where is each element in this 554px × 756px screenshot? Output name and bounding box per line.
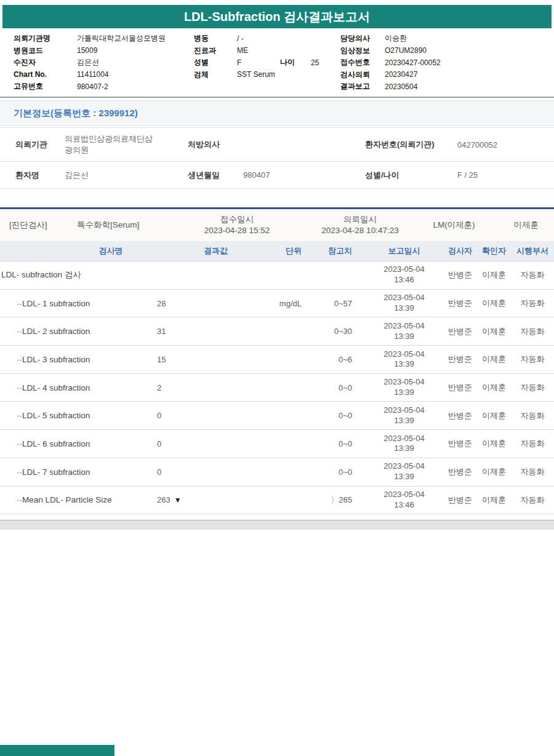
field-value: O27UM2890 — [385, 46, 427, 55]
confirmer-name: 이제훈 — [477, 269, 511, 281]
header-field-row: 검체SST Serum — [194, 69, 340, 81]
field-label: 담당의사 — [340, 33, 385, 44]
column-header: 시행부서 — [511, 245, 554, 257]
header-field-row: Chart No.11411004 — [14, 69, 194, 81]
performing-dept: 자동화 — [511, 466, 554, 477]
performing-dept: 자동화 — [511, 438, 554, 449]
confirmer-name: 이제훈 — [477, 495, 511, 506]
confirmer-name: 이제훈 — [477, 438, 511, 449]
result-value: 15 — [142, 355, 228, 364]
column-header: 단위 — [228, 245, 302, 257]
tester-name: 반병준 — [443, 354, 477, 365]
confirmer-name: 이제훈 — [477, 354, 511, 365]
performing-dept: 자동화 — [511, 326, 554, 337]
test-name: ··LDL- 1 subfraction — [0, 299, 142, 308]
field-label: 고유번호 — [14, 81, 77, 92]
tester-name: 반병준 — [443, 466, 477, 477]
tester-name: 반병준 — [443, 495, 477, 506]
field-value: 김은선 — [65, 170, 188, 181]
header-field-row: 임상정보O27UM2890 — [340, 45, 554, 57]
header-field-row: 검사의뢰20230427 — [340, 69, 554, 81]
column-header: 참고치 — [302, 245, 354, 257]
result-row: LDL- subfraction 검사 2023-05-0413:46 반병준 … — [0, 261, 554, 290]
result-row: ··Mean LDL- Particle Size 263▼ 〉265 2023… — [0, 487, 554, 515]
test-name: LDL- subfraction 검사 — [0, 269, 142, 281]
receipt-value: 2023-04-28 15:52 — [175, 225, 299, 236]
field-label: 의뢰기관명 — [14, 33, 77, 44]
field-value: 980407 — [243, 170, 365, 180]
header-field-row: 접수번호20230427-00052 — [340, 57, 554, 69]
header-field-row: 수진자김은선 — [14, 57, 194, 69]
request-label: 의뢰일시 — [299, 214, 422, 225]
tester-name: 반병준 — [443, 438, 477, 449]
footer-teal-bar — [0, 745, 114, 756]
header-info-middle: 병동/ -진료과ME성별F나이25검체SST Serum — [194, 33, 340, 93]
test-category-label: 특수화학[Serum] — [77, 220, 175, 231]
result-row: ··LDL- 4 subfraction 2 0~0 2023-05-0413:… — [0, 374, 554, 402]
field-value: 김은선 — [77, 57, 99, 68]
result-value: 0 — [142, 411, 228, 420]
column-header: 확인자 — [477, 245, 511, 257]
request-value: 2023-04-28 10:47:23 — [299, 225, 422, 236]
receipt-label: 접수일시 — [175, 214, 299, 225]
result-value: 263▼ — [142, 495, 228, 504]
reference-range: 0~0 — [302, 468, 354, 477]
report-title: LDL-Subfraction 검사결과보고서 — [2, 5, 552, 28]
column-header: 검사자 — [443, 245, 477, 257]
field-label: 수진자 — [14, 57, 77, 68]
tester-name: 반병준 — [443, 298, 477, 309]
result-row: ··LDL- 1 subfraction 28 mg/dL 0~57 2023-… — [0, 290, 554, 318]
report-datetime: 2023-05-0413:39 — [354, 434, 443, 455]
field-label: 병동 — [194, 33, 237, 44]
reader-name: 이제훈 — [486, 220, 554, 231]
tester-name: 반병준 — [443, 382, 477, 393]
header-field-row: 담당의사이승환 — [340, 33, 554, 45]
result-row: ··LDL- 3 subfraction 15 0~6 2023-05-0413… — [0, 346, 554, 374]
report-header-fields: 의뢰기관명가톨릭대학교서울성모병원병원코드15009수진자김은선Chart No… — [0, 33, 554, 93]
field-label: 병원코드 — [14, 46, 77, 56]
report-datetime: 2023-05-0413:39 — [354, 377, 443, 398]
confirmer-name: 이제훈 — [477, 410, 511, 421]
tester-name: 반병준 — [443, 269, 477, 281]
report-datetime: 2023-05-0413:39 — [354, 321, 443, 342]
report-datetime: 2023-05-0413:39 — [354, 461, 443, 482]
test-name: ··LDL- 4 subfraction — [0, 383, 142, 392]
field-value: 20230504 — [385, 82, 417, 91]
test-name: ··LDL- 2 subfraction — [0, 327, 142, 336]
result-value: 31 — [142, 327, 228, 336]
results-table-header: 검사명결과값단위참고치보고일시검사자확인자시행부서 — [0, 241, 554, 261]
basic-info-title: 기본정보(등록번호 : 2399912) — [0, 108, 138, 119]
field-label: 환자명 — [15, 170, 65, 181]
reference-range: 0~57 — [302, 299, 354, 308]
basic-info-section: 기본정보(등록번호 : 2399912) — [0, 100, 554, 126]
field-label: Chart No. — [14, 70, 77, 79]
field-value: 가톨릭대학교서울성모병원 — [77, 33, 166, 44]
test-name: ··LDL- 6 subfraction — [0, 439, 142, 448]
field-value: ME — [237, 46, 280, 55]
result-value: 2 — [142, 383, 228, 392]
field-label: 생년월일 — [188, 170, 243, 181]
field-value: 의료법인삼광의료재단삼광의원 — [65, 133, 188, 155]
header-field-row: 진료과ME — [194, 45, 340, 57]
field-value: 이승환 — [385, 33, 407, 44]
performing-dept: 자동화 — [511, 298, 554, 309]
tester-name: 반병준 — [443, 410, 477, 421]
confirmer-name: 이제훈 — [477, 298, 511, 309]
reference-range: 0~6 — [302, 355, 354, 364]
header-field-row: 병동/ - — [194, 33, 340, 45]
field-value: SST Serum — [237, 70, 280, 79]
field-label: 환자번호(의뢰기관) — [365, 139, 457, 150]
field-label: 의뢰기관 — [15, 139, 65, 150]
test-name: ··Mean LDL- Particle Size — [0, 495, 142, 504]
header-field-row: 결과보고20230504 — [340, 81, 554, 93]
section-divider-line — [0, 97, 554, 98]
report-datetime: 2023-05-0413:39 — [354, 293, 443, 314]
specimen-section-bar: [진단검사] 특수화학[Serum] 접수일시 2023-04-28 15:52… — [0, 207, 554, 241]
down-arrow-flag-icon: ▼ — [174, 496, 182, 504]
header-field-row: 병원코드15009 — [14, 45, 194, 57]
header-field-row: 성별F나이25 — [194, 57, 340, 69]
request-datetime: 의뢰일시 2023-04-28 10:47:23 — [299, 214, 422, 236]
result-row: ··LDL- 6 subfraction 0 0~0 2023-05-0413:… — [0, 430, 554, 458]
report-datetime: 2023-05-0413:46 — [354, 490, 443, 511]
lab-report-page: LDL-Subfraction 검사결과보고서 의뢰기관명가톨릭대학교서울성모병… — [0, 0, 554, 756]
